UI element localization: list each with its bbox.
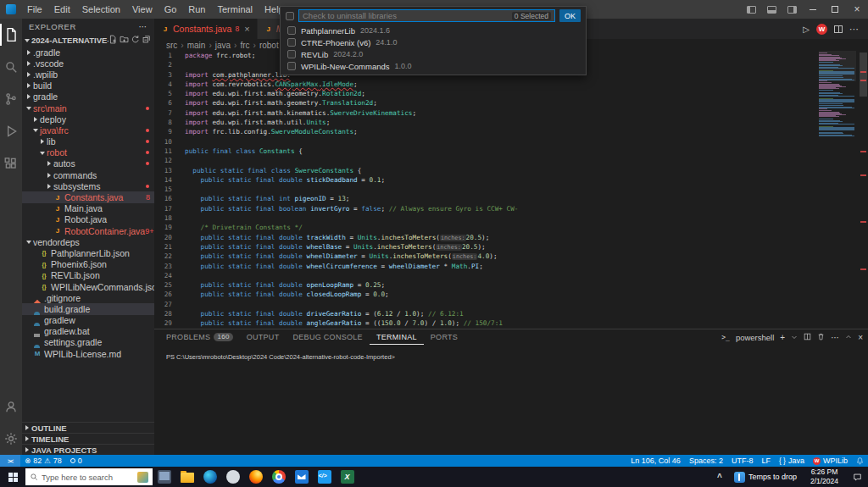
search-highlight-icon[interactable] — [137, 472, 148, 483]
language-mode[interactable]: { }Java — [775, 455, 809, 467]
library-item[interactable]: WPILib-New-Commands1.0.0 — [281, 60, 586, 72]
terminal-dropdown-icon[interactable] — [791, 333, 798, 342]
tree-item-deploy[interactable]: deploy — [22, 113, 154, 125]
ok-button[interactable]: OK — [559, 9, 581, 22]
menu-file[interactable]: File — [21, 4, 48, 14]
tree-item-constants-java[interactable]: JConstants.java8 — [22, 191, 154, 202]
new-file-icon[interactable] — [108, 35, 118, 46]
tree-item-gradle[interactable]: gradle — [22, 91, 154, 102]
terminal-shell-label[interactable]: powershell — [736, 333, 774, 342]
split-terminal-icon[interactable] — [804, 333, 811, 342]
tree-item--vscode[interactable]: .vscode — [22, 58, 154, 69]
tree-item-subsystems[interactable]: subsystems — [22, 180, 154, 191]
outline-section[interactable]: OUTLINE — [22, 422, 154, 433]
taskbar-app-chrome[interactable] — [267, 467, 290, 487]
tree-item-lib[interactable]: lib — [22, 136, 154, 147]
new-folder-icon[interactable] — [120, 35, 129, 46]
breadcrumb-item[interactable]: frc — [240, 41, 249, 50]
panel-tab-output[interactable]: OUTPUT — [240, 329, 287, 345]
tree-item-settings-gradle[interactable]: settings.gradle — [22, 337, 154, 348]
breadcrumb-item[interactable]: java — [215, 41, 231, 50]
wpilib-menu[interactable]: WWPILib — [809, 455, 852, 467]
library-checkbox[interactable] — [287, 26, 296, 35]
editor-tab-constants-java[interactable]: JConstants.java8× — [154, 19, 258, 39]
start-button[interactable] — [0, 467, 25, 487]
remote-indicator[interactable]: >< — [0, 455, 20, 467]
collapse-folders-icon[interactable] — [142, 35, 151, 46]
taskbar-app-edge[interactable] — [198, 467, 221, 487]
search-icon[interactable] — [0, 51, 22, 83]
customize-layout-icon[interactable] — [782, 0, 802, 19]
close-panel-icon[interactable]: × — [858, 333, 863, 342]
close-tab-icon[interactable]: × — [244, 24, 249, 34]
tree-item-robotcontainer-java[interactable]: JRobotContainer.java9+ — [22, 225, 154, 236]
tree-item--gradle[interactable]: .gradle — [22, 47, 154, 58]
taskbar-app-monitor[interactable] — [153, 467, 175, 487]
tree-item-revlib-json[interactable]: {}REVLib.json — [22, 270, 154, 281]
menu-view[interactable]: View — [126, 4, 159, 14]
run-debug-icon[interactable] — [0, 115, 22, 147]
library-item[interactable]: PathplannerLib2024.1.6 — [281, 25, 586, 36]
taskbar-search-input[interactable]: Type here to search — [25, 468, 153, 485]
breadcrumb-item[interactable]: main — [187, 41, 206, 50]
cursor-position[interactable]: Ln 106, Col 46 — [626, 455, 685, 467]
tree-item-src-main[interactable]: src\main — [22, 102, 154, 113]
wpilib-command-icon[interactable]: W — [816, 24, 827, 35]
toggle-all-checkbox[interactable] — [286, 12, 294, 20]
tree-item-gradlew-bat[interactable]: gradlew.bat — [22, 326, 154, 337]
refresh-icon[interactable] — [131, 35, 140, 46]
tree-item-autos[interactable]: autos — [22, 158, 154, 169]
close-button[interactable]: × — [846, 0, 868, 19]
panel-tab-ports[interactable]: PORTS — [424, 329, 465, 345]
action-center-icon[interactable] — [846, 467, 868, 487]
problems-status[interactable]: ⊗82 ⚠78 — [20, 455, 66, 467]
toggle-sidebar-icon[interactable] — [741, 0, 761, 19]
accounts-icon[interactable] — [0, 390, 22, 423]
taskbar-app-folder[interactable] — [175, 467, 198, 487]
toggle-panel-icon[interactable] — [761, 0, 782, 19]
split-editor-icon[interactable] — [834, 25, 843, 33]
library-checkbox[interactable] — [287, 50, 296, 58]
project-root-folder[interactable]: 2024-ALTERNATIVE-ROB... — [22, 34, 154, 47]
scrollbar-thumb[interactable] — [860, 53, 867, 97]
explorer-more-actions-icon[interactable]: ⋯ — [139, 22, 148, 31]
breadcrumb-item[interactable]: src — [166, 41, 177, 50]
terminal-output[interactable]: PS C:\Users\mroboto\Desktop\2024 Code\20… — [154, 345, 868, 361]
tree-item-main-java[interactable]: JMain.java — [22, 203, 154, 214]
menu-edit[interactable]: Edit — [48, 4, 76, 14]
taskbar-app-excel[interactable] — [336, 467, 359, 487]
breadcrumb-item[interactable]: robot — [259, 41, 279, 50]
tree-item-build-gradle[interactable]: build.gradle — [22, 303, 154, 314]
menu-run[interactable]: Run — [182, 4, 211, 14]
panel-tab-problems[interactable]: PROBLEMS160 — [159, 329, 240, 345]
tree-item-vendordeps[interactable]: vendordeps — [22, 236, 154, 247]
tree-item-commands[interactable]: commands — [22, 169, 154, 180]
panel-tab-terminal[interactable]: TERMINAL — [370, 329, 424, 345]
taskbar-clock[interactable]: 6:26 PM 2/1/2024 — [803, 468, 846, 485]
new-terminal-icon[interactable]: + — [780, 333, 785, 342]
maximize-panel-icon[interactable] — [845, 333, 852, 342]
panel-tab-debug-console[interactable]: DEBUG CONSOLE — [286, 329, 369, 345]
library-item[interactable]: REVLib2024.2.0 — [281, 48, 586, 60]
notifications-bell[interactable] — [852, 455, 868, 467]
editor-scrollbar[interactable] — [857, 51, 868, 329]
hidden-icons-chevron[interactable]: ^ — [711, 473, 728, 482]
menu-terminal[interactable]: Terminal — [212, 4, 259, 14]
library-checkbox[interactable] — [287, 62, 296, 70]
tree-item-pathplannerlib-json[interactable]: {}PathplannerLib.json — [22, 247, 154, 258]
explorer-icon[interactable] — [0, 19, 22, 51]
taskbar-app-vscode[interactable] — [313, 467, 336, 487]
taskbar-app-firefox[interactable] — [244, 467, 267, 487]
tree-item-wpilib-license-md[interactable]: MWPILib-License.md — [22, 348, 154, 359]
timeline-section[interactable]: TIMELINE — [22, 433, 154, 444]
status-extra-count[interactable]: 0 — [66, 455, 86, 467]
editor-more-actions-icon[interactable]: ⋯ — [849, 24, 860, 35]
tree-item-java-frc[interactable]: java\frc — [22, 125, 154, 136]
tree-item--wpilib[interactable]: .wpilib — [22, 69, 154, 80]
maximize-button[interactable] — [824, 0, 846, 19]
code-editor[interactable]: 1234567891011121314151617181920212223242… — [154, 51, 868, 329]
java-projects-section[interactable]: JAVA PROJECTS — [22, 444, 154, 455]
eol-setting[interactable]: LF — [757, 455, 775, 467]
taskbar-app-mail[interactable] — [290, 467, 313, 487]
settings-gear-icon[interactable] — [0, 423, 22, 455]
